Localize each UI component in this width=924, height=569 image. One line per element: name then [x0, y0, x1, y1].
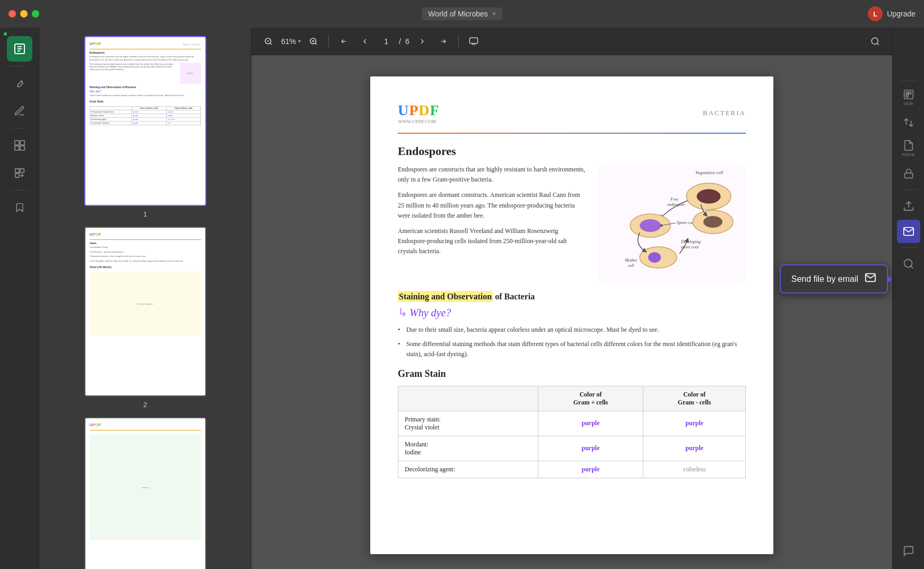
svg-line-12 [270, 43, 272, 45]
ocr-button[interactable]: OCR [897, 85, 920, 109]
left-sidebar [0, 28, 39, 569]
tab-title: World of Microbes [428, 10, 488, 18]
sidebar-item-pen[interactable] [7, 71, 32, 96]
gram-col-pos: Color ofGram + cells [538, 386, 643, 411]
table-row: Primary stain:Crystal violet purple purp… [398, 411, 746, 436]
zoom-level: 61% [281, 37, 296, 46]
svg-point-33 [648, 252, 661, 263]
toolbar-separator-1 [328, 35, 329, 48]
toolbar-separator-2 [458, 35, 459, 48]
bullet-item-2: Some differential staining methods that … [398, 339, 746, 359]
endospores-diagram: Vegetative cell Free endospore [597, 165, 746, 283]
svg-line-15 [315, 43, 317, 45]
gram-neg-2: purple [643, 436, 746, 461]
thumbnail-page-num-1: 1 [143, 210, 147, 218]
send-file-tooltip[interactable]: Send file by email [780, 264, 888, 294]
gram-pos-2: purple [538, 436, 643, 461]
svg-text:Developing: Developing [681, 239, 701, 244]
gram-stain-title: Gram Stain [398, 368, 746, 380]
endospores-text: Endospores are constructs that are highl… [398, 165, 587, 283]
gram-col-empty [398, 386, 538, 411]
header-divider [398, 133, 746, 134]
presentation-button[interactable] [465, 33, 482, 50]
svg-point-39 [703, 216, 722, 228]
gram-table: Color ofGram + cells Color ofGram - cell… [398, 386, 746, 478]
prev-page-button[interactable] [356, 33, 373, 50]
pdf-header: UPDF WWW.UPDF.COM BACTERIA [398, 102, 746, 124]
upgrade-button[interactable]: L Upgrade [868, 6, 916, 21]
current-page-input[interactable] [378, 37, 395, 46]
close-button[interactable] [8, 10, 16, 18]
endospores-title: Endospores [398, 144, 746, 158]
thumbnail-frame-1[interactable]: UPDF BACTERIA Endospores Endospores are … [84, 36, 206, 206]
first-page-button[interactable] [335, 33, 352, 50]
protect-button[interactable] [897, 162, 920, 185]
gram-label-1: Primary stain:Crystal violet [398, 411, 538, 436]
svg-point-21 [871, 38, 878, 44]
next-page-button[interactable] [414, 33, 431, 50]
svg-point-30 [640, 219, 661, 232]
pdfa-button[interactable]: PDF/A [897, 136, 920, 160]
thumbnail-item-2[interactable]: UPDF Yeast • Intracellular Pump • Cell d… [48, 227, 242, 409]
bullet-list: Due to their small size, bacteria appear… [398, 325, 746, 360]
toolbar: 61% ▾ / 6 [251, 28, 892, 55]
thumbnail-item-3[interactable]: UPDF content 3 [48, 417, 242, 569]
svg-rect-40 [904, 90, 913, 99]
sidebar-item-annotate[interactable] [7, 98, 32, 124]
main-layout: UPDF BACTERIA Endospores Endospores are … [0, 28, 924, 569]
tab-close-button[interactable]: × [492, 10, 496, 18]
svg-rect-5 [20, 141, 24, 145]
right-divider-3 [900, 247, 917, 248]
zoom-in-button[interactable] [305, 33, 322, 50]
why-dye-text: Why dye? [409, 307, 451, 319]
bacteria-label: BACTERIA [703, 109, 746, 117]
sidebar-item-bookmark[interactable] [7, 195, 32, 220]
thumbnail-frame-2[interactable]: UPDF Yeast • Intracellular Pump • Cell d… [84, 227, 206, 396]
svg-rect-7 [20, 146, 24, 150]
gram-neg-3: colorless [643, 461, 746, 478]
endospores-para1: Endospores are constructs that are highl… [398, 165, 587, 185]
updf-logo-text: UPDF [398, 102, 440, 119]
table-row: Decolorizing agent: purple colorless [398, 461, 746, 478]
right-divider-2 [900, 189, 917, 190]
document-view[interactable]: UPDF WWW.UPDF.COM BACTERIA Endospores En… [251, 55, 892, 569]
staining-title: Staining and Observation of Bacteria [398, 291, 535, 302]
last-page-button[interactable] [435, 33, 452, 50]
svg-text:Mother: Mother [624, 258, 638, 263]
traffic-lights [8, 10, 39, 18]
table-row: Mordant:Iodine purple purple [398, 436, 746, 461]
minimize-button[interactable] [20, 10, 28, 18]
svg-rect-9 [20, 169, 23, 173]
endospores-para3: American scientists Russell Vreeland and… [398, 226, 587, 257]
svg-rect-4 [14, 141, 19, 145]
updf-website: WWW.UPDF.COM [398, 119, 440, 124]
thumbnail-item-1[interactable]: UPDF BACTERIA Endospores Endospores are … [48, 36, 242, 218]
search-button[interactable] [897, 252, 920, 275]
search-toolbar-button[interactable] [867, 33, 884, 50]
total-pages: 6 [405, 37, 409, 46]
zoom-display[interactable]: 61% ▾ [281, 37, 301, 46]
zoom-dropdown-icon: ▾ [298, 38, 301, 44]
svg-line-22 [877, 43, 878, 45]
email-button[interactable] [897, 220, 920, 243]
sidebar-item-pages[interactable] [7, 133, 32, 158]
endospores-content: Endospores are constructs that are highl… [398, 165, 746, 283]
sidebar-item-organize[interactable] [7, 160, 32, 186]
gram-col-neg: Color ofGram - cells [643, 386, 746, 411]
sidebar-item-reader[interactable] [7, 36, 32, 62]
zoom-out-button[interactable] [260, 33, 277, 50]
svg-rect-6 [14, 146, 19, 150]
thumbnail-page-num-2: 2 [143, 401, 147, 409]
sidebar-divider-1 [11, 66, 28, 66]
maximize-button[interactable] [32, 10, 39, 18]
gram-label-3: Decolorizing agent: [398, 461, 538, 478]
share-button[interactable] [897, 194, 920, 218]
svg-rect-41 [904, 173, 912, 178]
thumbnail-frame-3[interactable]: UPDF content [84, 417, 206, 569]
curly-brace-icon: ↳ [398, 306, 407, 320]
window-tab[interactable]: World of Microbes × [422, 7, 502, 20]
updf-logo: UPDF WWW.UPDF.COM [398, 102, 440, 124]
chat-button[interactable] [897, 539, 920, 563]
convert-button[interactable] [897, 111, 920, 134]
thumbnail-panel[interactable]: UPDF BACTERIA Endospores Endospores are … [39, 28, 251, 569]
